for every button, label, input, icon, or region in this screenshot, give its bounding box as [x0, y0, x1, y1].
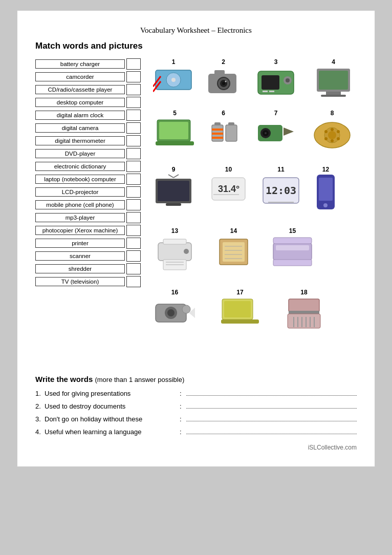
answer-box[interactable] [126, 71, 141, 82]
svg-rect-60 [163, 239, 186, 244]
answer-box[interactable] [126, 97, 141, 108]
page-title: Vocabulary Worksheet – Electronics [35, 26, 357, 35]
picture-15: 15 [271, 227, 314, 269]
svg-point-2 [171, 78, 176, 82]
answer-box[interactable] [126, 263, 141, 274]
svg-point-14 [286, 78, 290, 82]
svg-rect-23 [156, 141, 194, 145]
word-item: mobile phone (cell phone) [35, 199, 148, 210]
picture-3: 3 [255, 58, 296, 98]
picture-8: 8 [312, 110, 353, 152]
svg-point-78 [167, 309, 175, 316]
main-content: battery charger camcorder CD/radio/casse… [35, 58, 357, 366]
svg-rect-57 [319, 178, 333, 201]
pic-number: 11 [260, 166, 301, 173]
pic-number: 13 [153, 227, 197, 234]
word-label: mp3-player [35, 213, 125, 222]
word-item: photocopier (Xerox machine) [35, 225, 148, 236]
answer-box[interactable] [126, 186, 141, 198]
svg-rect-19 [326, 92, 341, 95]
word-label: photocopier (Xerox machine) [35, 226, 125, 235]
svg-rect-84 [289, 299, 319, 312]
word-label: digital camera [35, 123, 125, 133]
picture-11: 1112:03 [260, 166, 301, 208]
svg-rect-73 [273, 238, 312, 244]
answer-box[interactable] [126, 199, 141, 210]
word-item: DVD-player [35, 148, 148, 159]
picture-14: 14 [214, 227, 253, 269]
word-label: digital alarm clock [35, 111, 125, 120]
answer-box[interactable] [126, 250, 141, 262]
word-item: electronic dictionary [35, 161, 148, 172]
answer-box[interactable] [126, 238, 141, 249]
word-item: desktop computer [35, 97, 148, 108]
answer-box[interactable] [126, 276, 141, 287]
answer-box[interactable] [126, 212, 141, 223]
word-item: digital thermometer [35, 135, 148, 146]
page: Vocabulary Worksheet – Electronics Match… [17, 10, 375, 467]
write-num: 4. [35, 428, 45, 436]
pic-number: 6 [204, 110, 243, 117]
word-item: scanner [35, 250, 148, 262]
svg-rect-26 [212, 129, 223, 131]
write-item: 4. Useful when learning a language : [35, 427, 357, 436]
answer-box[interactable] [126, 148, 141, 159]
write-item: 3. Don't go on holiday without these : [35, 414, 357, 423]
svg-rect-18 [319, 71, 348, 90]
svg-rect-46 [158, 181, 189, 201]
picture-18: 18 [284, 289, 324, 331]
picture-2: 2 [204, 58, 243, 98]
svg-rect-29 [226, 125, 237, 141]
picture-16: 16 [153, 289, 197, 331]
write-answer-line[interactable] [186, 414, 357, 421]
svg-rect-63 [166, 264, 184, 265]
svg-rect-30 [228, 122, 234, 125]
pictures-area: 1234567891031.4°1112:0312131415161718 [153, 58, 357, 366]
write-text: Used to destroy documents [45, 402, 178, 410]
pic-number: 2 [204, 58, 243, 66]
write-answer-line[interactable] [186, 389, 357, 396]
svg-rect-74 [273, 260, 312, 266]
word-label: camcorder [35, 72, 125, 81]
svg-point-42 [337, 137, 340, 140]
svg-rect-55 [268, 202, 294, 203]
svg-line-48 [173, 175, 179, 178]
pic-number: 1 [153, 58, 194, 66]
word-item: CD/radio/cassette player [35, 84, 148, 95]
pic-number: 14 [214, 227, 253, 234]
pic-number: 16 [153, 289, 197, 296]
word-label: DVD-player [35, 149, 125, 158]
svg-rect-28 [212, 137, 223, 139]
svg-point-9 [222, 82, 225, 85]
write-item: 1. Used for giving presentations : [35, 389, 357, 397]
picture-13: 13 [153, 227, 197, 272]
svg-point-39 [324, 130, 328, 133]
pic-number: 4 [312, 58, 355, 66]
answer-box[interactable] [126, 225, 141, 236]
pic-number: 18 [284, 289, 324, 296]
word-label: desktop computer [35, 98, 125, 107]
answer-box[interactable] [126, 174, 141, 185]
answer-box[interactable] [126, 122, 141, 134]
footer: iSLCollective.com [35, 444, 357, 451]
word-label: TV (television) [35, 277, 125, 286]
answer-box[interactable] [126, 84, 141, 95]
svg-rect-82 [224, 301, 251, 317]
pic-number: 9 [153, 166, 194, 173]
picture-5: 5 [153, 110, 197, 149]
word-item: shredder [35, 263, 148, 274]
svg-point-38 [328, 131, 336, 139]
word-label: shredder [35, 264, 125, 273]
answer-box[interactable] [126, 161, 141, 172]
picture-6: 6 [204, 110, 243, 149]
picture-1: 1 [153, 58, 194, 95]
svg-point-44 [324, 137, 328, 140]
word-label: laptop (notebook) computer [35, 175, 125, 184]
write-answer-line[interactable] [186, 427, 357, 434]
write-answer-line[interactable] [186, 401, 357, 409]
svg-rect-83 [221, 319, 259, 324]
answer-box[interactable] [126, 135, 141, 146]
word-label: CD/radio/cassette player [35, 85, 125, 94]
answer-box[interactable] [126, 110, 141, 121]
answer-box[interactable] [126, 58, 141, 70]
